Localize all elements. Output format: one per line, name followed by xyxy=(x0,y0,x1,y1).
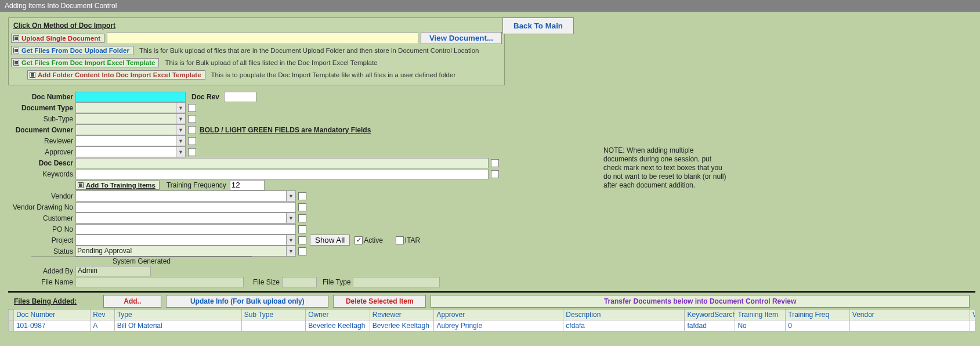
panel-title: Click On Method of Doc Import xyxy=(13,21,502,30)
customer-combo[interactable]: ▼ xyxy=(75,212,296,224)
keywords-label: Keywords xyxy=(8,170,75,178)
transfer-documents-button[interactable]: Transfer Documents below into Document C… xyxy=(431,295,970,308)
show-all-button[interactable]: Show All xyxy=(310,235,350,246)
col-doc-number[interactable]: Doc Number xyxy=(14,309,91,320)
col-reviewer[interactable]: Reviewer xyxy=(370,309,435,320)
col-rev[interactable]: Rev xyxy=(91,309,115,320)
upload-single-document-button[interactable]: Upload Single Document xyxy=(11,34,104,43)
square-icon xyxy=(13,48,19,53)
po-no-input[interactable] xyxy=(75,224,296,235)
file-size-value xyxy=(282,277,317,287)
add-folder-content-button[interactable]: Add Folder Content Into Doc Import Excel… xyxy=(27,70,205,80)
add-folder-description: This is to pouplate the Doc Import Templ… xyxy=(211,71,456,78)
doc-descr-keep-checkbox[interactable] xyxy=(491,159,499,167)
chevron-down-icon: ▼ xyxy=(176,125,185,135)
doc-rev-input[interactable] xyxy=(224,92,256,102)
cell-keyword[interactable]: fafdad xyxy=(685,320,735,331)
delete-selected-button[interactable]: Delete Selected Item xyxy=(333,295,426,308)
col-keyword[interactable]: KeywordSearch xyxy=(685,309,735,320)
window-titlebar: Adding Items Into Document Control xyxy=(0,0,980,12)
sub-type-combo[interactable]: ▼ xyxy=(75,113,186,124)
keywords-input[interactable] xyxy=(75,169,489,179)
view-document-button[interactable]: View Document... xyxy=(421,32,502,44)
cell-description[interactable]: cfdafa xyxy=(563,320,685,331)
status-keep-checkbox[interactable] xyxy=(298,247,306,255)
reviewer-keep-checkbox[interactable] xyxy=(188,137,196,145)
vendor-dwg-input[interactable] xyxy=(75,202,296,212)
session-note: NOTE: When adding multiple documents dur… xyxy=(603,146,726,190)
upload-file-path-input[interactable] xyxy=(107,33,418,44)
col-vendor-dwg[interactable]: Vendor Dwg No xyxy=(970,309,975,320)
reviewer-combo[interactable]: ▼ xyxy=(75,135,186,146)
chevron-down-icon: ▼ xyxy=(286,235,295,245)
cell-training-freq[interactable]: 0 xyxy=(786,320,850,331)
status-label: Status xyxy=(8,247,75,255)
sub-type-label: Sub-Type xyxy=(8,115,75,123)
back-to-main-button[interactable]: Back To Main xyxy=(502,17,574,34)
col-type[interactable]: Type xyxy=(115,309,242,320)
doc-number-input[interactable] xyxy=(75,92,186,102)
vendor-dwg-keep-checkbox[interactable] xyxy=(298,203,306,211)
table-row[interactable]: 101-0987 A Bill Of Material Beverlee Kee… xyxy=(8,320,975,331)
get-files-from-excel-template-button[interactable]: Get Files From Doc Import Excel Template xyxy=(11,58,159,67)
cell-owner[interactable]: Beverlee Keeltagh xyxy=(306,320,370,331)
training-freq-label: Training Frequency xyxy=(167,181,226,189)
cell-type[interactable]: Bill Of Material xyxy=(115,320,242,331)
cell-training-item[interactable]: No xyxy=(735,320,786,331)
cell-vendor[interactable] xyxy=(850,320,970,331)
doc-owner-label: Document Owner xyxy=(8,126,75,134)
cell-vendor-dwg[interactable] xyxy=(970,320,975,331)
add-to-training-button[interactable]: Add To Training Items xyxy=(75,181,160,190)
doc-type-label: Document Type xyxy=(8,104,75,112)
cell-reviewer[interactable]: Beverlee Keeltagh xyxy=(370,320,435,331)
square-icon xyxy=(78,182,84,188)
col-vendor[interactable]: Vendor xyxy=(850,309,970,320)
col-owner[interactable]: Owner xyxy=(306,309,370,320)
files-being-added-title: Files Being Added: xyxy=(14,297,77,305)
square-icon xyxy=(13,35,19,41)
approver-combo[interactable]: ▼ xyxy=(75,146,186,157)
update-info-button[interactable]: Update Info (For Bulk upload only) xyxy=(166,295,328,308)
cell-doc-number[interactable]: 101-0987 xyxy=(14,320,91,331)
doc-descr-input[interactable] xyxy=(75,158,489,168)
itar-label: ITAR xyxy=(405,236,420,244)
doc-type-combo[interactable]: ▼ xyxy=(75,102,186,113)
keywords-keep-checkbox[interactable] xyxy=(491,170,499,178)
get-files-from-upload-folder-button[interactable]: Get Files From Doc Upload Folder xyxy=(11,46,133,55)
col-sub-type[interactable]: Sub Type xyxy=(242,309,306,320)
reviewer-label: Reviewer xyxy=(8,137,75,145)
row-header[interactable] xyxy=(8,320,14,331)
status-combo[interactable]: Pending Approval▼ xyxy=(75,246,296,257)
project-combo[interactable]: ▼ xyxy=(75,235,296,246)
cell-approver[interactable]: Aubrey Pringle xyxy=(434,320,563,331)
project-label: Project xyxy=(8,236,75,244)
training-freq-input[interactable] xyxy=(230,180,265,190)
project-keep-checkbox[interactable] xyxy=(298,236,306,244)
doc-owner-keep-checkbox[interactable] xyxy=(188,126,196,134)
add-button[interactable]: Add.. xyxy=(103,295,161,308)
po-no-keep-checkbox[interactable] xyxy=(298,225,306,233)
window-title: Adding Items Into Document Control xyxy=(5,2,117,10)
cell-rev[interactable]: A xyxy=(91,320,115,331)
col-approver[interactable]: Approver xyxy=(434,309,563,320)
doc-owner-combo[interactable]: ▼ xyxy=(75,124,186,135)
doc-type-keep-checkbox[interactable] xyxy=(188,104,196,112)
col-training-item[interactable]: Training Item xyxy=(735,309,786,320)
files-grid: Doc Number Rev Type Sub Type Owner Revie… xyxy=(8,309,975,331)
active-label: Active xyxy=(364,236,383,244)
doc-number-label: Doc Number xyxy=(8,93,75,101)
square-icon xyxy=(13,60,19,66)
col-training-freq[interactable]: Training Freq xyxy=(786,309,850,320)
vendor-combo[interactable]: ▼ xyxy=(75,190,296,201)
customer-keep-checkbox[interactable] xyxy=(298,214,306,222)
file-name-value xyxy=(75,277,244,287)
approver-keep-checkbox[interactable] xyxy=(188,148,196,156)
col-description[interactable]: Description xyxy=(563,309,685,320)
cell-sub-type[interactable] xyxy=(242,320,306,331)
itar-checkbox[interactable] xyxy=(396,236,404,244)
active-checkbox[interactable]: ✓ xyxy=(355,236,363,244)
vendor-keep-checkbox[interactable] xyxy=(298,192,306,200)
sub-type-keep-checkbox[interactable] xyxy=(188,115,196,123)
customer-label: Customer xyxy=(8,214,75,222)
get-folder-description: This is for Bulk upload of files that ar… xyxy=(139,47,479,54)
